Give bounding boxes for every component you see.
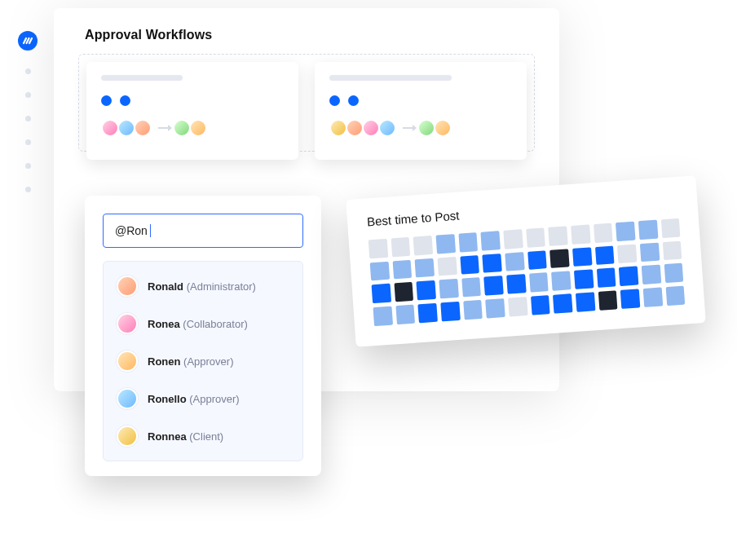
heatmap-cell bbox=[460, 255, 479, 275]
heatmap-cell bbox=[463, 300, 483, 320]
nav-item[interactable] bbox=[25, 116, 31, 121]
heatmap-cell bbox=[640, 242, 660, 262]
avatar bbox=[117, 276, 138, 297]
avatar bbox=[434, 119, 452, 137]
sidebar bbox=[18, 31, 38, 192]
mention-input[interactable]: @Ron bbox=[103, 214, 303, 248]
mention-result-label: Ronnea (Client) bbox=[148, 430, 223, 443]
heatmap-cell bbox=[483, 254, 502, 273]
avatar bbox=[417, 119, 435, 137]
heatmap-cell bbox=[526, 227, 545, 247]
heatmap-cell bbox=[551, 271, 571, 291]
nav-item[interactable] bbox=[25, 187, 31, 192]
workflow-participants bbox=[101, 119, 284, 137]
page-title: Approval Workflows bbox=[85, 28, 535, 42]
workflow-steps bbox=[101, 95, 284, 106]
avatar bbox=[346, 119, 364, 137]
mention-result[interactable]: Ronald (Administrator) bbox=[113, 270, 293, 302]
avatar bbox=[329, 119, 347, 137]
heatmap-cell bbox=[576, 292, 595, 311]
heatmap-cell bbox=[620, 289, 640, 308]
heatmap-cell bbox=[595, 245, 615, 265]
mention-result-label: Ronald (Administrator) bbox=[148, 280, 256, 293]
mention-popover: @Ron Ronald (Administrator)Ronea (Collab… bbox=[85, 196, 321, 476]
workflow-participants bbox=[329, 119, 512, 137]
avatar bbox=[134, 119, 152, 137]
heatmap-cell bbox=[548, 226, 567, 245]
avatar bbox=[101, 119, 119, 137]
heatmap-cell bbox=[638, 220, 658, 240]
mention-result-label: Ronea (Collaborator) bbox=[148, 318, 248, 330]
mention-result[interactable]: Ronea (Collaborator) bbox=[113, 307, 293, 340]
heatmap-cell bbox=[370, 261, 390, 280]
heatmap-cell bbox=[373, 306, 393, 326]
avatar bbox=[117, 388, 138, 409]
heatmap-cell bbox=[529, 273, 549, 293]
placeholder-line bbox=[101, 75, 183, 81]
heatmap-cell bbox=[485, 298, 505, 318]
heatmap-cell bbox=[665, 286, 685, 306]
mention-result[interactable]: Ronnea (Client) bbox=[113, 420, 293, 452]
heatmap-cell bbox=[574, 270, 594, 289]
step-dot bbox=[329, 95, 340, 106]
avatar bbox=[117, 119, 135, 137]
heatmap-cell bbox=[415, 258, 435, 278]
mention-result[interactable]: Ronello (Approver) bbox=[113, 382, 293, 415]
text-cursor bbox=[150, 224, 152, 237]
arrow-icon bbox=[158, 127, 171, 129]
heatmap-cell bbox=[617, 244, 637, 263]
heatmap-cell bbox=[642, 265, 661, 284]
heatmap-cell bbox=[664, 263, 683, 283]
heatmap-cell bbox=[506, 274, 526, 293]
heatmap-cell bbox=[553, 293, 572, 313]
heatmap-cell bbox=[394, 282, 413, 302]
heatmap-cell bbox=[508, 297, 527, 316]
avatar bbox=[117, 426, 138, 447]
placeholder-line bbox=[329, 75, 452, 81]
app-logo[interactable] bbox=[18, 31, 38, 51]
heatmap-cell bbox=[372, 284, 391, 303]
mention-result-label: Ronello (Approver) bbox=[148, 393, 240, 405]
heatmap-cell bbox=[418, 303, 438, 323]
heatmap-cell bbox=[417, 280, 436, 300]
heatmap-cell bbox=[481, 231, 501, 250]
nav-item[interactable] bbox=[25, 68, 31, 74]
heatmap-cell bbox=[619, 267, 638, 286]
nav-item[interactable] bbox=[25, 163, 31, 169]
heatmap-cell bbox=[368, 239, 388, 258]
avatar bbox=[117, 351, 138, 372]
step-dot bbox=[101, 95, 112, 106]
heatmap-cell bbox=[527, 250, 547, 270]
heatmap-cell bbox=[660, 218, 680, 238]
heatmap-cell bbox=[461, 277, 481, 297]
heatmap-cell bbox=[458, 232, 478, 252]
step-dot bbox=[120, 95, 130, 106]
heatmap-cell bbox=[572, 247, 592, 267]
workflow-drop-zone[interactable] bbox=[78, 54, 535, 152]
workflow-card[interactable] bbox=[86, 62, 298, 160]
avatar bbox=[189, 119, 207, 137]
avatar bbox=[362, 119, 380, 137]
workflow-steps bbox=[329, 95, 512, 106]
heatmap-cell bbox=[616, 222, 635, 241]
nav-item[interactable] bbox=[25, 139, 31, 145]
logo-icon bbox=[22, 35, 33, 46]
heatmap-cell bbox=[571, 224, 590, 244]
heatmap-cell bbox=[484, 276, 504, 295]
mention-result[interactable]: Ronen (Approver) bbox=[113, 345, 293, 377]
heatmap-cell bbox=[440, 302, 460, 321]
heatmap-cell bbox=[594, 223, 613, 243]
heatmap-cell bbox=[503, 229, 523, 249]
heatmap-cell bbox=[505, 252, 524, 271]
mention-input-value: @Ron bbox=[115, 224, 148, 237]
heatmap-cell bbox=[395, 305, 415, 324]
heatmap-cell bbox=[413, 236, 433, 255]
heatmap-cell bbox=[662, 240, 682, 260]
workflow-card[interactable] bbox=[315, 62, 527, 160]
heatmap-cell bbox=[549, 249, 569, 268]
heatmap-cell bbox=[596, 268, 616, 288]
avatar bbox=[173, 119, 191, 137]
nav-item[interactable] bbox=[25, 92, 31, 98]
heatmap-cell bbox=[531, 295, 550, 315]
heatmap-cell bbox=[392, 259, 412, 279]
